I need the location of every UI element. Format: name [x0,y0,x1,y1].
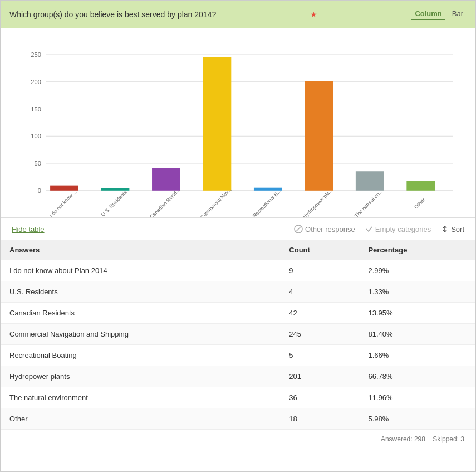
cell-percentage: 1.66% [359,345,475,366]
cell-percentage: 81.40% [359,324,475,345]
table-row: I do not know about Plan 201492.99% [1,260,475,281]
svg-text:U.S. Residents: U.S. Residents [100,189,128,217]
cell-percentage: 1.33% [359,281,475,303]
cell-percentage: 66.78% [359,366,475,387]
chart-area: 0 50 100 150 200 250 I do not know ... U… [1,28,475,217]
sort-icon [441,225,449,233]
chart-container: 0 50 100 150 200 250 I do not know ... U… [12,39,464,217]
cell-percentage: 11.96% [359,387,475,408]
other-response-toggle[interactable]: Other response [294,225,355,233]
table-row: The natural environment3611.96% [1,387,475,408]
bar-other [406,181,435,191]
bar-us-residents [101,188,130,191]
svg-text:150: 150 [31,106,41,113]
table-body: I do not know about Plan 201492.99%U.S. … [1,260,475,430]
bar-hydropower [305,81,333,191]
sort-button[interactable]: Sort [441,225,464,233]
tab-bar[interactable]: Bar [449,8,467,20]
cell-count: 4 [280,281,359,303]
checkmark-icon [365,225,373,233]
cell-count: 36 [280,387,359,408]
cell-answer: The natural environment [1,387,280,408]
question-text: Which group(s) do you believe is best se… [9,10,216,19]
data-table: Answers Count Percentage I do not know a… [1,240,475,429]
empty-categories-label: Empty categories [375,225,431,233]
table-row: Commercial Navigation and Shipping24581.… [1,324,475,345]
cell-count: 42 [280,303,359,324]
svg-text:100: 100 [31,133,41,139]
table-row: Other185.98% [1,408,475,430]
svg-text:250: 250 [31,51,41,58]
cell-percentage: 5.98% [359,408,475,430]
table-row: Hydropower plants20166.78% [1,366,475,387]
cell-answer: Recreational Boating [1,345,280,366]
table-row: U.S. Residents41.33% [1,281,475,303]
bar-canadian-residents [152,168,180,191]
cell-percentage: 13.95% [359,303,475,324]
cell-answer: Canadian Residents [1,303,280,324]
svg-text:Other: Other [413,197,426,210]
col-percentage: Percentage [359,240,475,260]
svg-text:0: 0 [38,187,41,194]
tab-column[interactable]: Column [411,8,445,20]
other-response-icon [294,225,303,233]
table-row: Canadian Residents4213.95% [1,303,475,324]
skipped-count: Skipped: 3 [433,435,464,443]
cell-percentage: 2.99% [359,260,475,281]
svg-text:I do not know ...: I do not know ... [48,189,78,217]
chart-type-tabs: Column Bar [411,8,467,20]
bar-chart: 0 50 100 150 200 250 I do not know ... U… [12,39,464,217]
cell-count: 5 [280,345,359,366]
control-group: Other response Empty categories Sort [294,225,464,233]
footer: Answered: 298 Skipped: 3 [1,429,475,449]
empty-categories-toggle[interactable]: Empty categories [365,225,431,233]
data-table-container: Answers Count Percentage I do not know a… [1,240,475,429]
cell-count: 201 [280,366,359,387]
table-row: Recreational Boating51.66% [1,345,475,366]
bar-commercial-nav [203,57,231,191]
svg-text:50: 50 [34,160,41,167]
sort-label: Sort [451,225,464,233]
cell-count: 9 [280,260,359,281]
required-marker: ★ [310,10,317,19]
col-count: Count [280,240,359,260]
cell-answer: Other [1,408,280,430]
cell-answer: U.S. Residents [1,281,280,303]
svg-text:Canadian Resid...: Canadian Resid... [149,187,181,217]
cell-count: 18 [280,408,359,430]
answered-count: Answered: 298 [381,435,425,443]
cell-answer: Hydropower plants [1,366,280,387]
svg-text:Commercial Nav...: Commercial Nav... [199,187,233,217]
table-controls: Hide table Other response Empty categori… [1,217,475,240]
hide-table-link[interactable]: Hide table [12,225,45,233]
question-header: Which group(s) do you believe is best se… [1,1,475,28]
svg-text:Hydropower pla...: Hydropower pla... [302,187,334,217]
svg-text:200: 200 [31,79,41,85]
cell-answer: I do not know about Plan 2014 [1,260,280,281]
table-header-row: Answers Count Percentage [1,240,475,260]
cell-answer: Commercial Navigation and Shipping [1,324,280,345]
cell-count: 245 [280,324,359,345]
survey-question-widget: Which group(s) do you believe is best se… [0,0,476,472]
svg-line-21 [296,227,301,231]
svg-text:The natural en...: The natural en... [354,188,384,217]
other-response-label: Other response [305,225,355,233]
col-answers: Answers [1,240,280,260]
svg-text:Recreational B...: Recreational B... [252,188,282,217]
bar-natural-env [356,171,384,191]
